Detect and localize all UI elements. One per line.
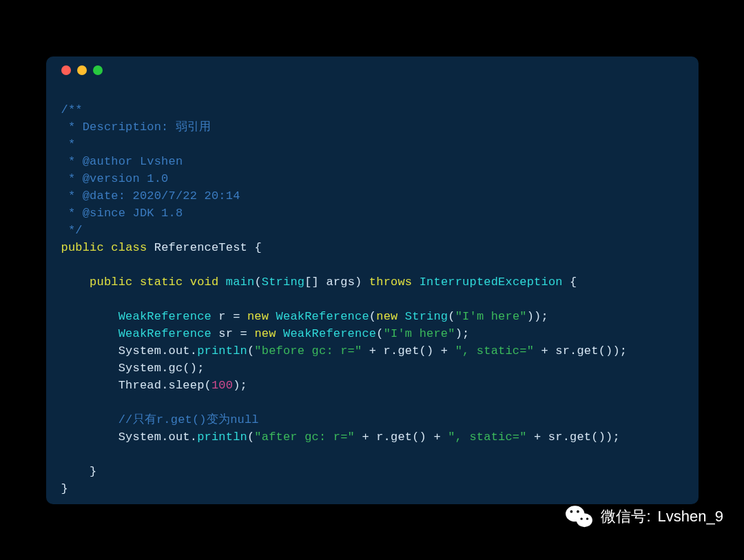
text: ( [448, 310, 455, 323]
text: ( [247, 344, 254, 357]
text: { [247, 241, 262, 254]
text: + sr.get()); [534, 344, 627, 357]
comment-line: * @author Lvshen [61, 155, 183, 168]
number-literal: 100 [211, 379, 233, 392]
keyword: throws [369, 276, 412, 289]
method-name: println [197, 431, 247, 444]
text: + sr.get()); [527, 431, 620, 444]
text: System.out. [118, 431, 197, 444]
svg-point-2 [570, 510, 573, 513]
text: } [61, 465, 97, 478]
text: { [563, 276, 577, 289]
code-block: /** * Description: 弱引用 * * @author Lvshe… [46, 84, 699, 504]
maximize-icon[interactable] [93, 65, 103, 75]
text: r = [211, 310, 247, 323]
keyword: void [190, 276, 219, 289]
svg-point-5 [586, 518, 588, 520]
wechat-icon [565, 502, 594, 531]
code-window: /** * Description: 弱引用 * * @author Lvshe… [46, 56, 699, 504]
type: String [405, 310, 448, 323]
text: ); [455, 327, 470, 340]
comment-line: * [61, 138, 76, 151]
string-literal: ", static=" [448, 431, 526, 444]
text: + r.get() + [355, 431, 448, 444]
text: [] args) [304, 276, 362, 289]
keyword: static [140, 276, 183, 289]
minimize-icon[interactable] [77, 65, 87, 75]
watermark: 微信号: Lvshen_9 [565, 502, 723, 531]
keyword: new [376, 310, 397, 323]
type: WeakReference [276, 310, 369, 323]
svg-point-4 [581, 518, 583, 520]
watermark-handle: Lvshen_9 [658, 508, 723, 526]
comment-line: //只有r.get()变为null [118, 413, 259, 426]
type: WeakReference [283, 327, 376, 340]
string-literal: "after gc: r=" [254, 431, 355, 444]
window-titlebar [46, 56, 699, 84]
string-literal: "before gc: r=" [254, 344, 362, 357]
svg-point-1 [577, 513, 592, 527]
keyword: new [254, 327, 276, 340]
keyword: public [90, 276, 132, 289]
method-name: main [226, 276, 255, 289]
keyword: class [111, 241, 147, 254]
comment-line: /** [61, 103, 83, 116]
comment-line: * @date: 2020/7/22 20:14 [61, 189, 240, 203]
text: ( [254, 276, 261, 289]
text: ( [247, 431, 254, 444]
type: String [262, 276, 304, 289]
text: Thread.sleep( [118, 379, 211, 392]
type: WeakReference [118, 327, 211, 340]
method-name: println [197, 344, 247, 357]
text: ); [233, 379, 247, 392]
class-name: ReferenceTest [154, 241, 247, 254]
text: System.out. [118, 344, 197, 357]
comment-line: */ [61, 224, 83, 237]
type: WeakReference [118, 310, 211, 323]
text: )); [527, 310, 548, 323]
text: ( [376, 327, 383, 340]
string-literal: ", static=" [455, 344, 534, 357]
keyword: public [61, 241, 104, 254]
text: + r.get() + [362, 344, 455, 357]
svg-point-3 [577, 510, 579, 513]
text: } [61, 482, 68, 495]
string-literal: "I'm here" [384, 327, 455, 340]
string-literal: "I'm here" [455, 310, 527, 323]
text: System.gc(); [118, 362, 205, 375]
close-icon[interactable] [61, 65, 71, 75]
watermark-label: 微信号: [601, 506, 650, 527]
comment-line: * @since JDK 1.8 [61, 207, 183, 220]
text: ( [369, 310, 376, 323]
type: InterruptedException [420, 276, 563, 289]
text: sr = [211, 327, 254, 340]
comment-line: * Description: 弱引用 [61, 121, 211, 134]
comment-line: * @version 1.0 [61, 172, 169, 185]
keyword: new [247, 310, 269, 323]
